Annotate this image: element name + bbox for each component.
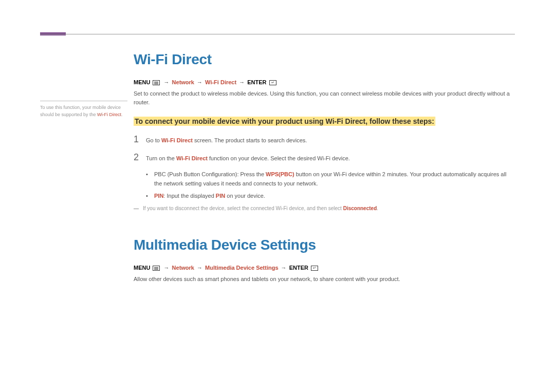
highlight-wrap: To connect your mobile device with your … [134,116,515,127]
arrow-icon: → [164,79,170,85]
bullet2-suffix: on your device. [225,193,265,199]
section2-description: Allow other devices such as smart phones… [134,275,515,284]
bullet-list: • PBC (Push Button Configuration): Press… [146,170,515,200]
bullet1-prefix: PBC (Push Button Configuration): Press t… [154,171,266,177]
bullet2-red1: PIN [154,193,163,199]
section1-menu-path: MENU → Network → Wi-Fi Direct → ENTER [134,79,515,85]
path-network: Network [172,265,194,271]
step-1: 1 Go to Wi-Fi Direct screen. The product… [134,134,515,145]
sidebar-divider [40,101,127,101]
section-2: Multimedia Device Settings MENU → Networ… [134,237,515,284]
step2-suffix: function on your device. Select the desi… [208,155,350,161]
bullet2-red2: PIN [216,193,225,199]
menu-label: MENU [134,265,150,271]
step-text: Turn on the Wi-Fi Direct function on you… [146,154,350,163]
enter-icon [311,266,318,271]
step1-suffix: screen. The product starts to search dev… [193,137,307,143]
sidebar-text-after: . [121,112,123,117]
arrow-icon: → [239,79,245,85]
enter-label: ENTER [289,265,308,271]
bullet-text: PBC (Push Button Configuration): Press t… [154,170,515,188]
enter-icon [269,80,276,85]
step2-prefix: Turn on the [146,155,176,161]
arrow-icon: → [164,265,170,271]
section1-highlight: To connect your mobile device with your … [134,117,435,126]
step1-red: Wi-Fi Direct [161,137,193,143]
menu-label: MENU [134,79,150,85]
bullet-item: • PIN: Input the displayed PIN on your d… [146,192,515,201]
note-text: If you want to disconnect the device, se… [143,206,378,211]
step1-prefix: Go to [146,137,161,143]
main-content: Wi-Fi Direct MENU → Network → Wi-Fi Dire… [134,51,515,293]
note-row: ― If you want to disconnect the device, … [134,206,515,211]
note-suffix: . [377,206,378,211]
sidebar-text: To use this function, your mobile device… [40,104,127,118]
bullet-item: • PBC (Push Button Configuration): Press… [146,170,515,188]
step-number: 1 [134,134,146,145]
step-2: 2 Turn on the Wi-Fi Direct function on y… [134,152,515,163]
arrow-icon: → [197,265,202,271]
arrow-icon: → [197,79,202,85]
note-prefix: If you want to disconnect the device, se… [143,206,343,211]
note-marker: ― [134,206,143,211]
step-number: 2 [134,152,146,163]
top-border [40,34,515,34]
bullet-marker: • [146,192,154,201]
step2-red: Wi-Fi Direct [176,155,208,161]
section2-menu-path: MENU → Network → Multimedia Device Setti… [134,265,515,271]
sidebar-note: To use this function, your mobile device… [40,101,127,118]
step-text: Go to Wi-Fi Direct screen. The product s… [146,136,307,145]
section1-title: Wi-Fi Direct [134,51,515,68]
sidebar-red-term: Wi-Fi Direct [97,112,121,117]
bullet2-mid: : Input the displayed [163,193,216,199]
section2-title: Multimedia Device Settings [134,237,515,253]
bullet-marker: • [146,170,154,188]
bullet-text: PIN: Input the displayed PIN on your dev… [154,192,265,201]
bullet1-red: WPS(PBC) [266,171,294,177]
note-red: Disconnected [343,206,377,211]
enter-label: ENTER [247,79,266,85]
menu-icon [153,80,160,85]
menu-icon [153,266,160,271]
section1-description: Set to connect the product to wireless m… [134,89,515,106]
path-item: Wi-Fi Direct [205,79,236,85]
arrow-icon: → [281,265,287,271]
path-network: Network [172,79,194,85]
path-item: Multimedia Device Settings [205,265,278,271]
